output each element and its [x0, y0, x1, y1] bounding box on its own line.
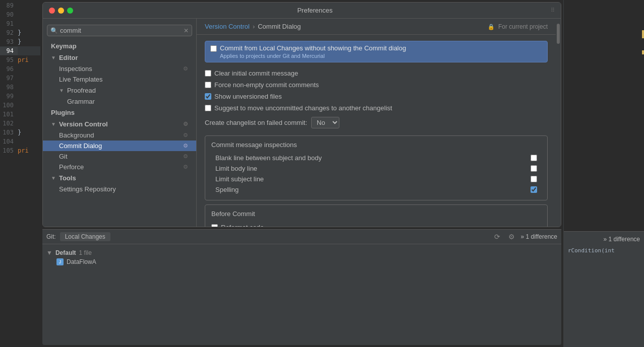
limit-body-checkbox[interactable] [531, 165, 537, 172]
code-line: 99 [0, 92, 40, 101]
search-input[interactable] [60, 27, 182, 34]
limit-body-label: Limit body line [215, 165, 257, 172]
clear-commit-row: Clear initial commit message [205, 67, 548, 79]
git-header: Git: Local Changes ⟳ ⚙ » 1 difference [42, 230, 561, 244]
sidebar-item-inspections[interactable]: Inspections ⚙ [43, 63, 196, 74]
sidebar-item-perforce[interactable]: Perforce ⚙ [43, 162, 196, 172]
force-non-empty-row: Force non-empty commit comments [205, 79, 548, 91]
git-settings-icon: ⚙ [183, 153, 188, 160]
refresh-icon[interactable]: ⟳ [492, 232, 502, 242]
code-line: 104 [0, 137, 40, 146]
default-label: Default [55, 249, 76, 256]
sidebar-item-proofread[interactable]: ▼ Proofread [43, 85, 196, 96]
sidebar-section-version-control[interactable]: ▼ Version Control ⚙ [43, 118, 196, 130]
git-file-item[interactable]: J DataFlowA [46, 257, 557, 266]
clear-commit-checkbox[interactable] [205, 70, 211, 77]
sidebar-item-background[interactable]: Background ⚙ [43, 130, 196, 141]
sidebar-section-plugins[interactable]: Plugins [43, 107, 196, 118]
code-line: 97 [0, 74, 40, 83]
proofread-label: Proofread [67, 87, 96, 94]
reformat-checkbox[interactable] [211, 224, 218, 227]
breadcrumb-separator: › [253, 23, 255, 30]
blank-line-checkbox[interactable] [531, 155, 537, 161]
code-line: 92 } [0, 28, 40, 37]
tools-disclosure: ▼ [51, 175, 56, 181]
commit-local-changes-checkbox[interactable] [210, 45, 217, 52]
code-line: 89 [0, 1, 40, 10]
show-unversioned-label[interactable]: Show unversioned files [214, 93, 282, 100]
scrollbar[interactable] [556, 19, 561, 227]
diff-text: rCondition(int [568, 247, 615, 254]
sidebar-item-keymap[interactable]: Keymap [43, 40, 196, 52]
grammar-label: Grammar [67, 98, 95, 105]
clear-search-icon[interactable]: ✕ [184, 27, 189, 34]
maximize-button[interactable] [67, 8, 73, 14]
tools-label: Tools [59, 174, 76, 182]
project-label: For current project [498, 23, 548, 30]
inspection-blank-line: Blank line between subject and body [211, 153, 541, 163]
create-changelist-row: Create changelist on failed commit: No Y… [205, 114, 548, 131]
settings-icon[interactable]: ⚙ [506, 232, 517, 242]
reformat-label[interactable]: Reformat code [221, 224, 264, 227]
spelling-label: Spelling [215, 186, 239, 193]
center-dialog: Preferences ⠿ 🔍 ✕ Ke [40, 0, 563, 347]
code-line: 94 [0, 46, 40, 55]
highlight-mark-1 [642, 30, 644, 38]
close-button[interactable] [49, 8, 55, 14]
background-label: Background [59, 131, 94, 139]
traffic-lights [49, 8, 73, 14]
sidebar-item-live-templates[interactable]: Live Templates [43, 74, 196, 85]
project-icon: 🔒 [488, 24, 495, 30]
perforce-settings-icon: ⚙ [183, 164, 188, 170]
suggest-move-checkbox[interactable] [205, 105, 211, 111]
git-tree: ▼ Default 1 file J DataFlowA [42, 244, 561, 270]
vc-label: Version Control [59, 120, 108, 128]
settings-repository-label: Settings Repository [59, 185, 116, 193]
sidebar-section-tools[interactable]: ▼ Tools [43, 172, 196, 184]
force-non-empty-label[interactable]: Force non-empty commit comments [214, 81, 319, 89]
keymap-label: Keymap [51, 42, 77, 50]
code-editor-strip: 89 90 91 92 } 93} 94 95 pri 96 97 98 99 … [0, 0, 40, 347]
breadcrumb-bar: Version Control › Commit Dialog 🔒 For cu… [197, 19, 556, 35]
sidebar-item-git[interactable]: Git ⚙ [43, 151, 196, 162]
git-default-group: ▼ Default 1 file [46, 248, 557, 257]
commit-local-changes-row: Commit from Local Changes without showin… [205, 41, 548, 62]
right-panel-diff-header: » 1 difference [568, 236, 640, 243]
create-changelist-select[interactable]: No Yes Ask [311, 117, 339, 128]
code-line: 90 [0, 10, 40, 19]
sidebar-item-grammar[interactable]: Grammar [43, 96, 196, 107]
diff-content: rCondition(int [568, 247, 640, 255]
suggest-move-label[interactable]: Suggest to move uncommitted changes to a… [214, 104, 392, 112]
limit-subject-checkbox[interactable] [531, 176, 537, 182]
code-line: 93} [0, 37, 40, 46]
code-line: 105 pri [0, 146, 40, 155]
code-line: 95 pri [0, 55, 40, 64]
preferences-dialog: Preferences ⠿ 🔍 ✕ Ke [42, 2, 561, 227]
code-line: 103} [0, 128, 40, 137]
perforce-label: Perforce [59, 163, 84, 171]
commit-message-inspections-box: Commit message inspections Blank line be… [205, 135, 548, 200]
editor-label: Editor [59, 54, 78, 61]
code-line: 91 [0, 19, 40, 28]
sidebar-item-commit-dialog[interactable]: Commit Dialog ⚙ [43, 141, 196, 151]
local-changes-tab[interactable]: Local Changes [60, 232, 110, 241]
main-content: Version Control › Commit Dialog 🔒 For cu… [197, 19, 556, 227]
highlight-mark-2 [642, 50, 644, 54]
clear-commit-label[interactable]: Clear initial commit message [214, 70, 298, 77]
breadcrumb-project: 🔒 For current project [488, 23, 548, 30]
sidebar-section-editor[interactable]: ▼ Editor [43, 52, 196, 63]
sidebar-item-settings-repository[interactable]: Settings Repository [43, 184, 196, 194]
editor-disclosure: ▼ [51, 55, 56, 60]
code-line: 98 [0, 83, 40, 92]
show-unversioned-checkbox[interactable] [205, 93, 211, 100]
inspection-spelling: Spelling [211, 184, 541, 195]
background-settings-icon: ⚙ [183, 132, 188, 138]
plugins-label: Plugins [51, 109, 75, 116]
minimize-button[interactable] [58, 8, 64, 14]
scrollbar-thumb[interactable] [557, 24, 560, 44]
inspections-title: Commit message inspections [211, 141, 541, 149]
blank-line-label: Blank line between subject and body [215, 154, 322, 162]
force-non-empty-checkbox[interactable] [205, 82, 211, 88]
spelling-checkbox[interactable] [531, 186, 537, 193]
breadcrumb-parent[interactable]: Version Control [205, 23, 250, 30]
